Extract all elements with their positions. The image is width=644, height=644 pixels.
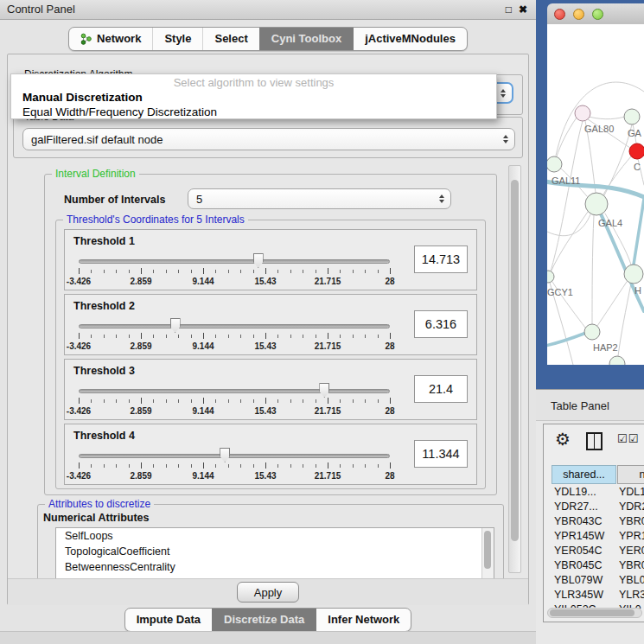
mac-zoom-button[interactable] xyxy=(592,9,603,20)
tab-network[interactable]: Network xyxy=(69,28,152,50)
table-row[interactable]: YBL079WYBL0 xyxy=(552,573,644,588)
checkbox-icon[interactable]: ☑ xyxy=(617,432,628,445)
network-node-h-node[interactable] xyxy=(624,265,643,284)
scale-label: 21.715 xyxy=(315,406,341,416)
checkbox-icon[interactable]: ☑ xyxy=(628,432,640,445)
dropdown-option-manual[interactable]: Manual Discretization xyxy=(11,90,496,105)
threshold-slider: -3.4262.8599.14415.4321.71528 xyxy=(79,384,390,418)
num-intervals-label: Number of Intervals xyxy=(64,194,165,206)
dropdown-option-equal-width[interactable]: Equal Width/Frequency Discretization xyxy=(11,105,496,119)
mac-close-button[interactable] xyxy=(554,9,565,20)
column-header-shared-name[interactable]: shared... xyxy=(552,465,616,484)
scale-label: 2.859 xyxy=(130,406,151,416)
gear-icon[interactable]: ⚙ xyxy=(555,429,571,450)
list-scrollbar[interactable] xyxy=(481,528,494,578)
spinner-arrows-icon xyxy=(503,135,508,143)
tab-infer-network[interactable]: Infer Network xyxy=(316,609,411,631)
table-row[interactable]: YER054CYER0 xyxy=(552,544,644,558)
bottom-tabbar: Impute DataDiscretize DataInfer Network xyxy=(0,605,536,631)
network-node-clipped-right-top[interactable] xyxy=(624,109,640,124)
apply-strip: Apply xyxy=(8,578,528,605)
apply-button[interactable]: Apply xyxy=(237,582,299,603)
table-data-combobox[interactable]: galFiltered.sif default node xyxy=(22,128,515,150)
network-canvas[interactable]: GAL80GACGAL11GAL4GCY1HHAP2 xyxy=(547,24,644,365)
table-h-scrollbar[interactable] xyxy=(547,608,642,618)
table-panel-body: ⚙ ☑☑ shared... n YDL19...YDL1YDR27...YDR… xyxy=(536,421,644,644)
slider-handle[interactable] xyxy=(253,253,264,268)
table-row[interactable]: YDR27...YDR2 xyxy=(552,500,644,514)
threshold-value-field[interactable]: 6.316 xyxy=(414,310,468,338)
attribute-item[interactable]: SelfLoops xyxy=(56,528,494,544)
bottom-tab-group: Impute DataDiscretize DataInfer Network xyxy=(124,608,412,632)
table-panel-titlebar: Table Panel xyxy=(536,389,644,421)
table-row[interactable]: YBR043CYBR0 xyxy=(552,514,644,529)
table-row[interactable]: YPR145WYPR1 xyxy=(552,529,644,544)
threshold-value-field[interactable]: 14.713 xyxy=(414,245,468,273)
numerical-attributes-list[interactable]: SelfLoopsTopologicalCoefficientBetweenne… xyxy=(55,527,494,578)
network-node-gal11-node[interactable] xyxy=(547,156,562,172)
threshold-value-field[interactable]: 21.4 xyxy=(414,375,468,403)
close-icon[interactable]: ✖ xyxy=(519,0,527,19)
threshold-label: Threshold 3 xyxy=(73,365,135,377)
tab-label: Infer Network xyxy=(328,609,399,631)
tab-jactivemnodules[interactable]: jActiveMNodules xyxy=(353,28,467,50)
spinner-arrows-icon xyxy=(501,89,506,98)
split-columns-icon[interactable] xyxy=(586,432,603,450)
attribute-item[interactable]: TopologicalCoefficient xyxy=(56,544,494,559)
scale-label: -3.426 xyxy=(67,277,91,286)
network-node-gcy1-node[interactable] xyxy=(547,271,554,283)
threshold-slider: -3.4262.8599.14415.4321.71528 xyxy=(79,449,390,482)
mac-minimize-button[interactable] xyxy=(573,9,584,20)
network-node-gal80-node[interactable] xyxy=(575,105,590,121)
node-label: H xyxy=(634,285,641,296)
scrollbar-thumb[interactable] xyxy=(484,531,491,569)
slider-track[interactable] xyxy=(79,259,390,264)
scale-label: 15.43 xyxy=(254,406,276,416)
threshold-value-field[interactable]: 11.344 xyxy=(414,440,468,468)
scale-label: 2.859 xyxy=(130,341,151,351)
tab-discretize-data[interactable]: Discretize Data xyxy=(212,609,316,631)
column-header-name[interactable]: n xyxy=(617,465,644,484)
slider-scale-labels: -3.4262.8599.14415.4321.71528 xyxy=(79,471,390,481)
table-row[interactable]: YBR045CYBR0 xyxy=(552,558,644,573)
node-label: GA xyxy=(628,128,642,138)
thresholds-section: Threshold's Coordinates for 5 Intervals … xyxy=(55,220,486,489)
cell-name: YPR1 xyxy=(619,529,644,544)
settings-scrollbar[interactable] xyxy=(508,165,521,573)
tab-label: Impute Data xyxy=(137,609,201,631)
slider-track[interactable] xyxy=(79,324,390,328)
table-data-section: Table Data galFiltered.sif default node xyxy=(13,117,523,158)
network-node-selected-red-node[interactable] xyxy=(629,143,644,159)
scale-label: 9.144 xyxy=(192,471,214,481)
node-label: C xyxy=(634,162,641,172)
slider-handle[interactable] xyxy=(319,383,329,398)
threshold-slider: -3.4262.8599.14415.4321.71528 xyxy=(79,254,390,288)
network-node-gal4-node[interactable] xyxy=(585,193,608,215)
slider-ticks xyxy=(79,398,390,405)
slider-handle[interactable] xyxy=(170,318,181,333)
threshold-row: Threshold 1-3.4262.8599.14415.4321.71528… xyxy=(64,229,477,290)
tab-impute-data[interactable]: Impute Data xyxy=(125,609,212,631)
slider-handle[interactable] xyxy=(220,448,230,462)
table-data-value: galFiltered.sif default node xyxy=(31,129,163,150)
cell-shared-name: YLR345W xyxy=(552,588,619,603)
num-intervals-combobox[interactable]: 5 xyxy=(188,188,451,209)
network-node-partial-bottom-node[interactable] xyxy=(609,356,625,365)
table-row[interactable]: YLR345WYLR3 xyxy=(552,588,644,603)
tab-style[interactable]: Style xyxy=(152,28,202,50)
tab-select[interactable]: Select xyxy=(202,28,258,50)
checkbox-icons[interactable]: ☑☑ xyxy=(617,432,639,445)
attribute-item[interactable]: BetweennessCentrality xyxy=(56,559,494,575)
slider-ticks xyxy=(79,462,390,470)
table-row[interactable]: YDL19...YDL1 xyxy=(552,485,644,500)
slider-track[interactable] xyxy=(79,389,390,393)
slider-track[interactable] xyxy=(79,454,390,458)
scrollbar-thumb[interactable] xyxy=(550,609,634,616)
scrollbar-thumb[interactable] xyxy=(511,180,519,541)
network-node-hap2-node[interactable] xyxy=(584,324,600,340)
tab-cyni-toolbox[interactable]: Cyni Toolbox xyxy=(259,28,353,50)
network-edge xyxy=(597,282,627,326)
panel-title: Control Panel xyxy=(0,3,75,16)
threshold-row: Threshold 2-3.4262.8599.14415.4321.71528… xyxy=(64,294,477,355)
float-window-icon[interactable]: □ xyxy=(506,0,512,19)
